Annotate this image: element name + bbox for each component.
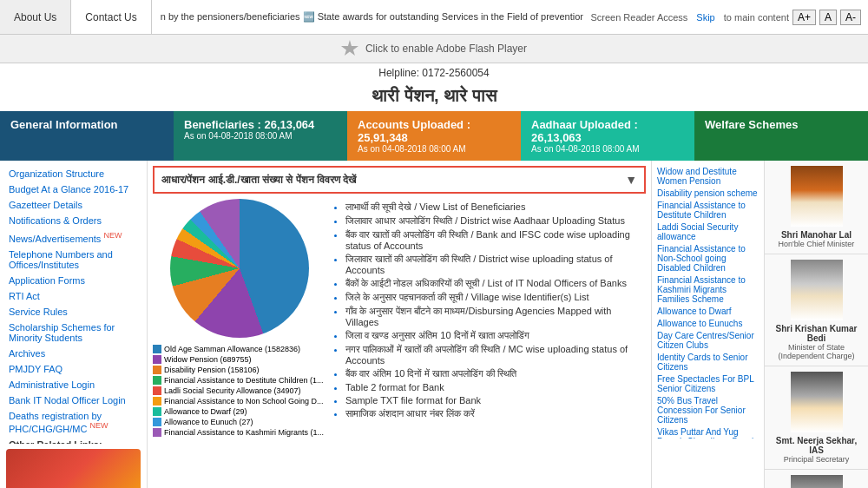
new-badge: NEW bbox=[103, 231, 122, 240]
welfare-item-12[interactable]: Vikas Puttar And Yug Purush Chaudhary Ba… bbox=[657, 427, 759, 439]
sidebar-item-news[interactable]: News/Advertisements NEW bbox=[0, 228, 147, 247]
official-card-3: Smt. Gauri Parasher Joshi, IAS Director bbox=[765, 470, 868, 488]
sidebar-item-service-rules[interactable]: Service Rules bbox=[0, 304, 147, 320]
scheme-link-1[interactable]: जिलावार आधार अपलोडिंग स्थिति / District … bbox=[345, 215, 646, 227]
top-navigation-bar: About Us Contact Us n by the pensioners/… bbox=[0, 0, 868, 35]
flash-icon bbox=[341, 40, 358, 57]
legend-label-5: Financial Assistance to Non School Going… bbox=[164, 397, 324, 406]
welfare-item-6[interactable]: Allowance to Dwarf bbox=[657, 307, 759, 316]
scheme-link-5[interactable]: जिले के अनुसार पहचानकर्ता की सूची / Vill… bbox=[345, 292, 646, 303]
stat-general-title: General Information bbox=[10, 118, 163, 131]
font-normal-button[interactable]: A bbox=[819, 10, 837, 25]
legend-color-6 bbox=[153, 407, 161, 416]
pension-search-box[interactable]: आधार/पेंशन आई.डी./खाता संख्या से पेंशन व… bbox=[153, 166, 646, 194]
welfare-item-4[interactable]: Financial Assistance to Non-School going… bbox=[657, 244, 759, 273]
to-main-content-label: to main content bbox=[724, 12, 789, 23]
sidebar-item-rti[interactable]: RTI Act bbox=[0, 288, 147, 304]
sidebar-item-budget[interactable]: Budget At a Glance 2016-17 bbox=[0, 181, 147, 197]
stat-beneficiaries-title: Beneficiaries : 26,13,064 bbox=[184, 118, 337, 131]
sidebar-item-telephone[interactable]: Telephone Numbers and Offices/Institutes bbox=[0, 247, 147, 273]
marquee-area: n by the pensioners/beneficiaries 🆕 Stat… bbox=[152, 11, 584, 23]
sidebar-item-archives[interactable]: Archives bbox=[0, 346, 147, 361]
official-photo-2 bbox=[791, 372, 843, 432]
legend-color-8 bbox=[153, 428, 161, 437]
welfare-item-2[interactable]: Financial Assistance to Destitute Childr… bbox=[657, 201, 759, 220]
welfare-item-1[interactable]: Disability pension scheme bbox=[657, 188, 759, 198]
legend-label-6: Allowance to Dwarf (29) bbox=[164, 407, 247, 416]
legend-item-2: Disability Pension (158106) bbox=[153, 366, 326, 374]
left-sidebar: Organization Structure Budget At a Glanc… bbox=[0, 161, 148, 488]
scheme-link-9[interactable]: बैंक वार अंतिम 10 दिनों में खाता अपलोडिं… bbox=[345, 368, 646, 379]
sidebar-item-bank-login[interactable]: Bank IT Nodal Officer Login bbox=[0, 392, 147, 408]
contact-us-link[interactable]: Contact Us bbox=[71, 0, 151, 34]
official-name-2: Smt. Neerja Sekhar, IAS bbox=[770, 436, 863, 455]
about-us-link[interactable]: About Us bbox=[0, 0, 71, 34]
legend-color-0 bbox=[153, 345, 161, 353]
scheme-link-8[interactable]: नगर पालिकाओं में खातों की अपलोडिंग की स्… bbox=[345, 344, 646, 366]
welfare-item-3[interactable]: Laddi Social Security allowance bbox=[657, 222, 759, 241]
stat-aadhaar: Aadhaar Uploaded : 26,13,063 As on 04-08… bbox=[521, 111, 694, 161]
welfare-item-5[interactable]: Financial Assistance to Kashmiri Migrant… bbox=[657, 275, 759, 304]
scheme-link-7[interactable]: जिला व खण्ड अनुसार अंतिम 10 दिनों में खा… bbox=[345, 330, 646, 341]
stats-row: General Information Beneficiaries : 26,1… bbox=[0, 111, 868, 161]
scheme-link-10[interactable]: Table 2 format for Bank bbox=[345, 382, 646, 392]
chart-and-links: Old Age Samman Allowance (1582836) Widow… bbox=[153, 199, 646, 439]
welfare-item-11[interactable]: 50% Bus Travel Concession For Senior Cit… bbox=[657, 396, 759, 425]
legend-item-0: Old Age Samman Allowance (1582836) bbox=[153, 345, 326, 353]
legend-label-0: Old Age Samman Allowance (1582836) bbox=[164, 345, 300, 353]
stat-accounts: Accounts Uploaded : 25,91,348 As on 04-0… bbox=[347, 111, 521, 161]
scheme-link-6[interactable]: गाँव के अनुसार पेंशन बाँटने का माध्यम/Di… bbox=[345, 306, 646, 327]
sidebar-item-pmjdy[interactable]: PMJDY FAQ bbox=[0, 361, 147, 377]
official-card-0: Shri Manohar Lal Hon'ble Chief Minister bbox=[765, 161, 868, 254]
legend-item-7: Allowance to Eunuch (27) bbox=[153, 418, 326, 426]
sidebar-item-gazetteer[interactable]: Gazetteer Details bbox=[0, 197, 147, 213]
helpline-number: 0172-2560054 bbox=[422, 67, 489, 79]
stat-welfare: Welfare Schemes bbox=[694, 111, 868, 161]
font-decrease-button[interactable]: A- bbox=[840, 10, 861, 25]
sidebar-item-admin-login[interactable]: Administrative Login bbox=[0, 377, 147, 392]
stat-aadhaar-title: Aadhaar Uploaded : 26,13,063 bbox=[531, 118, 684, 144]
pension-pie-chart bbox=[170, 199, 309, 338]
welfare-item-8[interactable]: Day Care Centres/Senior Citizen Clubs bbox=[657, 331, 759, 350]
sidebar-item-scholarship[interactable]: Scholarship Schemes for Minority Student… bbox=[0, 320, 147, 346]
scheme-links-list: लाभार्थी की सूची देखे / View List of Ben… bbox=[332, 199, 646, 439]
stat-welfare-title: Welfare Schemes bbox=[705, 118, 858, 131]
welfare-sidebar: Widow and Destitute Women Pension Disabi… bbox=[651, 161, 764, 488]
pie-legend: Old Age Samman Allowance (1582836) Widow… bbox=[153, 345, 326, 437]
legend-label-4: Ladli Social Security Allowance (34907) bbox=[164, 386, 301, 395]
welfare-item-7[interactable]: Allowance to Eunuchs bbox=[657, 319, 759, 328]
sidebar-advertisement-image bbox=[6, 449, 141, 488]
stat-accounts-title: Accounts Uploaded : 25,91,348 bbox=[358, 118, 510, 144]
scheme-link-11[interactable]: Sample TXT file format for Bank bbox=[345, 395, 646, 406]
helpline-bar: Helpline: 0172-2560054 bbox=[0, 63, 868, 82]
skip-link[interactable]: Skip bbox=[691, 12, 720, 23]
scheme-link-2[interactable]: बैंक वार खातों की अपलोडिंग की स्थिति / B… bbox=[345, 229, 646, 251]
welfare-item-9[interactable]: Identity Cards to Senior Citizens bbox=[657, 353, 759, 372]
stat-accounts-date: As on 04-08-2018 08:00 AM bbox=[358, 144, 510, 154]
legend-color-1 bbox=[153, 355, 161, 364]
sidebar-item-org-structure[interactable]: Organization Structure bbox=[0, 166, 147, 181]
sidebar-item-appforms[interactable]: Application Forms bbox=[0, 273, 147, 288]
sidebar-other-links-title: Other Related Links: bbox=[0, 436, 147, 444]
scheme-link-0[interactable]: लाभार्थी की सूची देखे / View List of Ben… bbox=[345, 201, 646, 213]
sidebar-item-deaths[interactable]: Deaths registration by PHC/CHG/GH/MC NEW bbox=[0, 408, 147, 437]
legend-color-7 bbox=[153, 418, 161, 426]
legend-item-6: Allowance to Dwarf (29) bbox=[153, 407, 326, 416]
legend-label-1: Widow Pension (689755) bbox=[164, 355, 252, 364]
official-photo-0 bbox=[791, 166, 843, 227]
official-name-1: Shri Krishan Kumar Bedi bbox=[770, 324, 863, 343]
welfare-list: Widow and Destitute Women Pension Disabi… bbox=[652, 161, 764, 439]
screen-reader-label: Screen Reader Access bbox=[590, 12, 687, 23]
scheme-link-4[interactable]: बैंकों के आईटी नोडल अधिकारियों की सूची /… bbox=[345, 278, 646, 289]
legend-item-3: Financial Assistance to Destitute Childr… bbox=[153, 376, 326, 385]
sidebar-item-notifications[interactable]: Notifications & Orders bbox=[0, 213, 147, 228]
welfare-item-0[interactable]: Widow and Destitute Women Pension bbox=[657, 167, 759, 186]
font-increase-button[interactable]: A+ bbox=[792, 10, 816, 25]
sidebar-links-list: Organization Structure Budget At a Glanc… bbox=[0, 166, 147, 444]
welfare-item-10[interactable]: Free Spectacles For BPL Senior Citizens bbox=[657, 374, 759, 393]
official-name-0: Shri Manohar Lal bbox=[770, 230, 863, 240]
scheme-link-3[interactable]: जिलावार खातों की अपलोडिंग की स्थिति / Di… bbox=[345, 254, 646, 275]
official-photo-3 bbox=[791, 475, 843, 488]
pension-search-text: आधार/पेंशन आई.डी./खाता संख्या से पेंशन व… bbox=[161, 174, 625, 186]
scheme-link-12[interactable]: सामाजिक अंशदान आधार नंबर लिंक करें bbox=[345, 408, 646, 419]
